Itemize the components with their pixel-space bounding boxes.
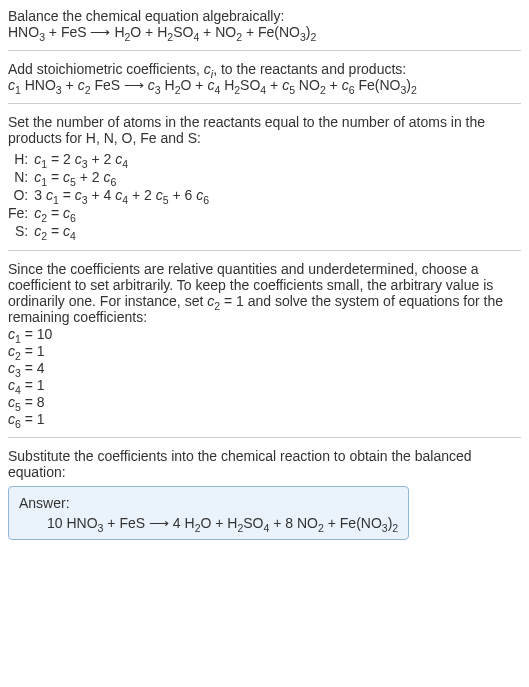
divider bbox=[8, 50, 521, 51]
answer-equation: 10 HNO3 + FeS ⟶ 4 H2O + H2SO4 + 8 NO2 + … bbox=[19, 515, 398, 531]
table-row: Fe: c2 = c6 bbox=[8, 204, 215, 222]
coefficient-value: c3 = 4 bbox=[8, 360, 521, 376]
coefficient-value: c6 = 1 bbox=[8, 411, 521, 427]
element-equation: 3 c1 = c3 + 4 c4 + 2 c5 + 6 c6 bbox=[34, 186, 215, 204]
answer-label: Answer: bbox=[19, 495, 398, 511]
solve-intro: Since the coefficients are relative quan… bbox=[8, 261, 521, 325]
atom-equations-table: H: c1 = 2 c3 + 2 c4 N: c1 = c5 + 2 c6 O:… bbox=[8, 150, 215, 240]
divider bbox=[8, 250, 521, 251]
element-label: S: bbox=[8, 222, 34, 240]
element-equation: c2 = c6 bbox=[34, 204, 215, 222]
element-equation: c2 = c4 bbox=[34, 222, 215, 240]
table-row: N: c1 = c5 + 2 c6 bbox=[8, 168, 215, 186]
intro-text: Balance the chemical equation algebraica… bbox=[8, 8, 521, 24]
coefficient-value: c5 = 8 bbox=[8, 394, 521, 410]
table-row: S: c2 = c4 bbox=[8, 222, 215, 240]
coefficient-value: c4 = 1 bbox=[8, 377, 521, 393]
element-label: N: bbox=[8, 168, 34, 186]
table-row: O: 3 c1 = c3 + 4 c4 + 2 c5 + 6 c6 bbox=[8, 186, 215, 204]
divider bbox=[8, 103, 521, 104]
table-row: H: c1 = 2 c3 + 2 c4 bbox=[8, 150, 215, 168]
divider bbox=[8, 437, 521, 438]
atoms-intro: Set the number of atoms in the reactants… bbox=[8, 114, 521, 146]
element-equation: c1 = 2 c3 + 2 c4 bbox=[34, 150, 215, 168]
coefficient-value: c1 = 10 bbox=[8, 326, 521, 342]
answer-box: Answer: 10 HNO3 + FeS ⟶ 4 H2O + H2SO4 + … bbox=[8, 486, 409, 540]
stoich-equation: c1 HNO3 + c2 FeS ⟶ c3 H2O + c4 H2SO4 + c… bbox=[8, 77, 521, 93]
stoich-text: Add stoichiometric coefficients, ci, to … bbox=[8, 61, 521, 77]
element-label: H: bbox=[8, 150, 34, 168]
element-label: O: bbox=[8, 186, 34, 204]
coefficient-value: c2 = 1 bbox=[8, 343, 521, 359]
intro-equation: HNO3 + FeS ⟶ H2O + H2SO4 + NO2 + Fe(NO3)… bbox=[8, 24, 521, 40]
final-intro: Substitute the coefficients into the che… bbox=[8, 448, 521, 480]
coefficient-list: c1 = 10 c2 = 1 c3 = 4 c4 = 1 c5 = 8 c6 =… bbox=[8, 326, 521, 427]
element-equation: c1 = c5 + 2 c6 bbox=[34, 168, 215, 186]
element-label: Fe: bbox=[8, 204, 34, 222]
